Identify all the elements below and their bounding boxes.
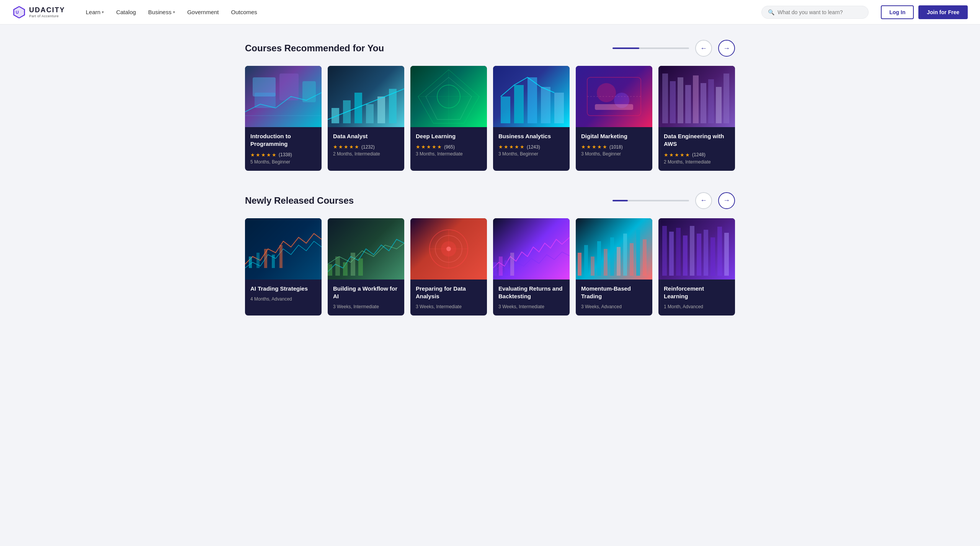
rating-count: (1248) <box>692 152 706 157</box>
svg-rect-68 <box>662 226 667 276</box>
svg-rect-38 <box>256 253 260 268</box>
svg-rect-40 <box>272 255 275 268</box>
login-button[interactable]: Log In <box>881 5 914 19</box>
next-button-newly-released[interactable]: → <box>718 192 735 209</box>
card-image <box>576 218 652 280</box>
search-input[interactable] <box>777 9 862 15</box>
svg-rect-42 <box>328 264 332 276</box>
svg-rect-56 <box>510 253 514 276</box>
svg-rect-10 <box>377 96 385 123</box>
course-card-deep-learning[interactable]: Deep Learning ★ ★ ★ ★ ★ (965) 3 Months, … <box>410 66 487 171</box>
course-card-ai-trading[interactable]: AI Trading Strategies 4 Months, Advanced <box>245 218 322 316</box>
brand-subtitle: Part of Accenture <box>29 14 65 18</box>
main-content: Courses Recommended for You ← → <box>222 25 758 360</box>
card-meta: 3 Months, Intermediate <box>416 151 482 157</box>
navbar: U UDACITY Part of Accenture Learn ▾ Cata… <box>0 0 980 25</box>
nav-learn[interactable]: Learn ▾ <box>80 6 109 18</box>
rating-count: (1018) <box>609 144 623 150</box>
rating-count: (1243) <box>527 144 540 150</box>
progress-track-recommended <box>612 47 689 49</box>
newly-released-section: Newly Released Courses ← → <box>245 192 735 316</box>
card-title: Building a Workflow for AI <box>333 285 399 301</box>
svg-rect-65 <box>630 243 634 276</box>
section-title-recommended: Courses Recommended for You <box>245 43 384 54</box>
card-stars: ★ ★ ★ ★ ★ (1248) <box>664 152 730 158</box>
card-illustration <box>658 218 735 280</box>
svg-rect-39 <box>264 249 267 268</box>
chevron-down-icon: ▾ <box>102 10 104 14</box>
logo[interactable]: U UDACITY Part of Accenture <box>12 5 65 19</box>
prev-button-newly-released[interactable]: ← <box>695 192 712 209</box>
card-title: Evaluating Returns and Backtesting <box>498 285 564 301</box>
svg-rect-74 <box>704 230 708 276</box>
card-illustration <box>410 218 487 280</box>
card-image <box>410 66 487 127</box>
nav-links: Learn ▾ Catalog Business ▾ Government Ou… <box>80 6 749 18</box>
card-title: Data Engineering with AWS <box>664 132 730 148</box>
search-bar[interactable]: 🔍 <box>761 6 869 19</box>
svg-rect-2 <box>279 74 299 100</box>
nav-business[interactable]: Business ▾ <box>143 6 180 18</box>
rating-count: (1232) <box>361 144 375 150</box>
recommended-cards-grid: Introduction to Programming ★ ★ ★ ★ ★ (1… <box>245 66 735 171</box>
svg-rect-27 <box>662 74 668 123</box>
svg-rect-67 <box>643 239 647 276</box>
card-meta: 4 Months, Advanced <box>250 296 316 302</box>
course-card-evaluating-returns[interactable]: Evaluating Returns and Backtesting 3 Wee… <box>493 218 570 316</box>
nav-catalog[interactable]: Catalog <box>111 6 141 18</box>
section-title-newly-released: Newly Released Courses <box>245 195 354 206</box>
join-button[interactable]: Join for Free <box>918 5 968 19</box>
card-image <box>493 218 570 280</box>
prev-button-recommended[interactable]: ← <box>695 40 712 57</box>
svg-rect-33 <box>708 79 714 123</box>
course-card-data-analyst[interactable]: Data Analyst ★ ★ ★ ★ ★ (1232) 2 Months, … <box>328 66 404 171</box>
svg-rect-59 <box>591 257 595 276</box>
course-card-data-engineering[interactable]: Data Engineering with AWS ★ ★ ★ ★ ★ (124… <box>658 66 735 171</box>
course-card-digital-marketing[interactable]: Digital Marketing ★ ★ ★ ★ ★ (1018) 3 Mon… <box>576 66 652 171</box>
course-card-business-analytics[interactable]: Business Analytics ★ ★ ★ ★ ★ (1243) 3 Mo… <box>493 66 570 171</box>
card-image <box>576 66 652 127</box>
progress-track-newly-released <box>612 200 689 201</box>
card-illustration <box>245 218 322 280</box>
svg-rect-44 <box>343 262 348 276</box>
card-meta: 3 Weeks, Intermediate <box>416 304 482 309</box>
course-card-reinforcement-learning[interactable]: Reinforcement Learning 1 Month, Advanced <box>658 218 735 316</box>
svg-rect-11 <box>389 89 397 123</box>
svg-rect-25 <box>595 104 633 110</box>
svg-rect-72 <box>690 226 694 276</box>
progress-fill-recommended <box>612 47 639 49</box>
card-image <box>328 66 404 127</box>
card-meta: 3 Weeks, Advanced <box>581 304 647 309</box>
course-card-data-analysis[interactable]: Preparing for Data Analysis 3 Weeks, Int… <box>410 218 487 316</box>
svg-point-52 <box>446 247 451 251</box>
card-title: Introduction to Programming <box>250 132 316 148</box>
svg-rect-45 <box>351 253 355 276</box>
svg-rect-54 <box>499 257 503 276</box>
svg-rect-41 <box>279 245 283 268</box>
rating-count: (965) <box>444 144 455 150</box>
svg-rect-77 <box>724 233 729 276</box>
svg-rect-37 <box>249 257 252 268</box>
course-card-intro-programming[interactable]: Introduction to Programming ★ ★ ★ ★ ★ (1… <box>245 66 322 171</box>
card-meta: 3 Months, Beginner <box>498 151 564 157</box>
card-meta: 5 Months, Beginner <box>250 159 316 165</box>
svg-rect-63 <box>617 247 621 276</box>
card-image <box>658 218 735 280</box>
brand-name: UDACITY <box>29 6 65 14</box>
next-button-recommended[interactable]: → <box>718 40 735 57</box>
svg-rect-19 <box>528 77 537 123</box>
card-image <box>493 66 570 127</box>
card-illustration <box>576 66 652 127</box>
card-illustration <box>493 218 570 280</box>
card-title: Preparing for Data Analysis <box>416 285 482 301</box>
nav-outcomes[interactable]: Outcomes <box>226 6 263 18</box>
nav-government[interactable]: Government <box>182 6 224 18</box>
card-meta: 2 Months, Intermediate <box>664 159 730 165</box>
card-image <box>245 218 322 280</box>
course-card-workflow-ai[interactable]: Building a Workflow for AI 3 Weeks, Inte… <box>328 218 404 316</box>
card-image <box>658 66 735 127</box>
svg-rect-76 <box>717 227 722 276</box>
course-card-momentum-trading[interactable]: Momentum-Based Trading 3 Weeks, Advanced <box>576 218 652 316</box>
card-illustration <box>328 218 404 280</box>
udacity-logo-icon: U <box>12 5 26 19</box>
